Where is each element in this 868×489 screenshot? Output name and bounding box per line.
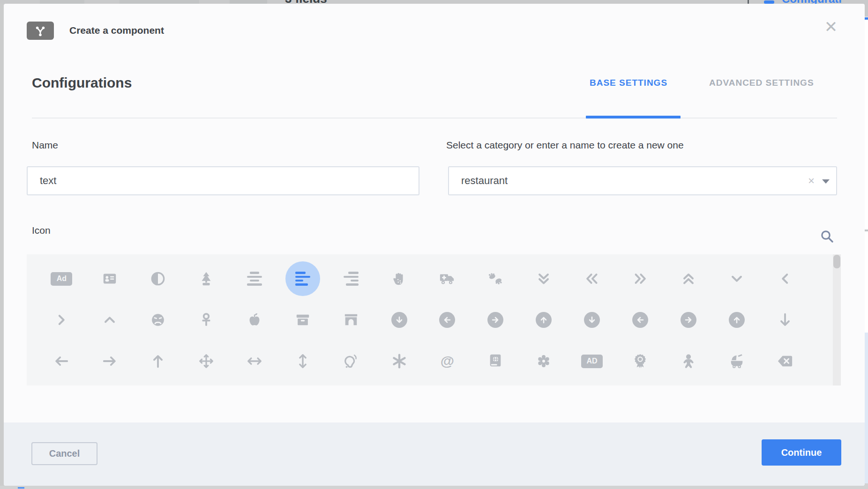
search-icon[interactable] xyxy=(817,227,836,245)
dialog-footer: Cancel Continue xyxy=(4,422,865,486)
background-page-top: 3 fields Configurati xyxy=(0,0,868,4)
icon-adjust[interactable] xyxy=(134,258,182,299)
icon-angle-double-right[interactable] xyxy=(616,258,665,299)
icon-arrow-circle-up[interactable] xyxy=(712,299,761,341)
component-app-icon xyxy=(27,22,54,40)
icon-archive[interactable] xyxy=(278,299,327,341)
continue-button[interactable]: Continue xyxy=(762,439,841,466)
icon-angle-right[interactable] xyxy=(37,299,86,341)
section-title: Configurations xyxy=(32,75,132,91)
icon-angle-double-left[interactable] xyxy=(568,258,616,299)
icon-assistive-listening-systems[interactable] xyxy=(327,341,375,382)
icon-align-left[interactable] xyxy=(278,258,327,299)
background-block xyxy=(230,0,267,4)
chevron-down-icon[interactable] xyxy=(822,179,830,184)
icon-arrows-alt-h[interactable] xyxy=(231,341,279,382)
icon-grid-row: @AD xyxy=(37,341,809,382)
close-icon[interactable]: ✕ xyxy=(820,16,842,37)
icon-grid-row xyxy=(37,299,809,341)
icon-ankh[interactable] xyxy=(182,299,231,341)
icon-award[interactable] xyxy=(616,341,665,382)
icon-arrow-circle-right[interactable] xyxy=(664,299,712,341)
icon-arrow-alt-circle-down[interactable] xyxy=(375,299,423,341)
background-blue-icon xyxy=(764,0,774,4)
icon-audio-description[interactable]: AD xyxy=(568,341,616,382)
icon-picker-grid: Ad@AD xyxy=(27,254,841,385)
icon-ad[interactable]: Ad xyxy=(37,258,86,299)
background-blue-dash xyxy=(18,487,24,489)
tab-base-settings[interactable]: BASE SETTINGS xyxy=(590,78,667,88)
icon-arrow-left[interactable] xyxy=(37,341,86,382)
icon-grid-row: Ad xyxy=(37,258,809,299)
icon-atom[interactable] xyxy=(520,341,568,382)
clear-icon[interactable]: × xyxy=(808,167,815,194)
icon-angle-left[interactable] xyxy=(761,258,809,299)
icon-align-center[interactable] xyxy=(231,258,279,299)
tabs-divider xyxy=(32,118,837,119)
icon-address-card[interactable] xyxy=(86,258,134,299)
icon-arrow-circle-left[interactable] xyxy=(616,299,665,341)
background-fields-text: 3 fields xyxy=(285,0,327,4)
icon-backspace[interactable] xyxy=(761,341,809,382)
icon-arrows-alt[interactable] xyxy=(182,341,231,382)
category-select[interactable]: restaurant × xyxy=(448,166,837,195)
icon-arrow-alt-circle-up[interactable] xyxy=(520,299,568,341)
background-block xyxy=(120,0,199,4)
icon-air-freshener[interactable] xyxy=(182,258,231,299)
background-link-text: Configurati xyxy=(782,0,842,4)
icon-arrows-alt-v[interactable] xyxy=(278,341,327,382)
scrollbar-thumb[interactable] xyxy=(833,255,840,268)
tab-advanced-settings[interactable]: ADVANCED SETTINGS xyxy=(709,78,814,88)
icon-arrow-alt-circle-left[interactable] xyxy=(423,299,471,341)
icon-archway[interactable] xyxy=(327,299,375,341)
name-input[interactable] xyxy=(27,166,419,195)
icon-arrow-circle-down[interactable] xyxy=(568,299,616,341)
icon-allergies[interactable] xyxy=(375,258,423,299)
category-label: Select a category or enter a name to cre… xyxy=(446,140,684,151)
icon-at[interactable]: @ xyxy=(423,341,471,382)
name-label: Name xyxy=(32,140,58,151)
icon-american-sign-language-interpreting[interactable] xyxy=(471,258,520,299)
icon-arrow-alt-circle-right[interactable] xyxy=(471,299,520,341)
icon-asterisk[interactable] xyxy=(375,341,423,382)
background-page-bottom xyxy=(0,486,868,489)
icon-label: Icon xyxy=(32,225,51,236)
dialog-title: Create a component xyxy=(69,21,164,40)
icon-atlas[interactable] xyxy=(471,341,520,382)
icon-baby-carriage[interactable] xyxy=(712,341,761,382)
icon-ambulance[interactable] xyxy=(423,258,471,299)
branch-icon xyxy=(33,24,47,38)
active-tab-underline xyxy=(586,116,681,119)
icon-arrow-down[interactable] xyxy=(761,299,809,341)
category-value: restaurant xyxy=(449,175,508,187)
icon-baby[interactable] xyxy=(664,341,712,382)
icon-arrow-right[interactable] xyxy=(86,341,134,382)
create-component-dialog: Create a component ✕ Configurations BASE… xyxy=(4,4,865,486)
icon-angle-up[interactable] xyxy=(86,299,134,341)
cancel-button[interactable]: Cancel xyxy=(31,442,97,465)
icon-angle-double-down[interactable] xyxy=(520,258,568,299)
scrollbar-track[interactable] xyxy=(833,254,841,385)
icon-angle-down[interactable] xyxy=(712,258,761,299)
background-block xyxy=(40,0,84,4)
background-divider xyxy=(748,0,749,4)
icon-arrow-up[interactable] xyxy=(134,341,182,382)
icon-angle-double-up[interactable] xyxy=(664,258,712,299)
icon-angry[interactable] xyxy=(134,299,182,341)
icon-align-right[interactable] xyxy=(327,258,375,299)
background-page-right xyxy=(865,0,868,489)
selected-icon-highlight xyxy=(285,261,320,296)
icon-apple-alt[interactable] xyxy=(231,299,279,341)
